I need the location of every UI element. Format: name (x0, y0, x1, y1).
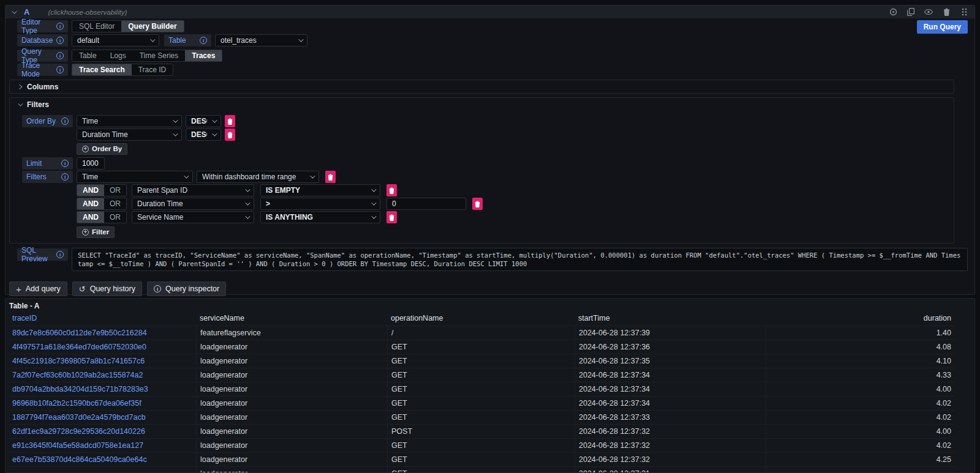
remove-filter-button[interactable] (472, 198, 483, 210)
order-by-direction-select[interactable]: DESC (186, 128, 221, 141)
chevron-down-icon (371, 200, 376, 205)
table-cell: GET (387, 397, 575, 410)
info-icon[interactable]: i (61, 160, 69, 167)
filter-field-select[interactable]: Parent Span ID (132, 184, 254, 196)
filter-field-select[interactable]: Service Name (132, 211, 254, 223)
info-icon[interactable]: i (61, 173, 69, 181)
table-cell: loadgenerator (196, 382, 387, 396)
database-select[interactable]: default (72, 34, 159, 47)
query-row-header[interactable]: A (clickhouse-observability) (6, 6, 974, 18)
info-icon[interactable]: i (56, 37, 64, 44)
query-inspector-button[interactable]: i Query inspector (147, 281, 226, 296)
order-by-direction-select[interactable]: DESC (186, 115, 221, 127)
table-cell: GET (387, 411, 575, 424)
remove-order-by-button[interactable] (225, 128, 235, 141)
table-row: 1887794f7eaa6037d0e2a4579bcd7acbloadgene… (9, 410, 954, 424)
collapse-query-icon[interactable] (12, 9, 17, 13)
filter-operator-select[interactable]: Within dashboard time range (197, 171, 319, 183)
add-order-by-button[interactable]: + Order By (77, 143, 127, 155)
info-icon[interactable]: i (56, 23, 64, 30)
conjunction-and[interactable]: AND (77, 185, 104, 196)
trace-id-link[interactable]: 4f497571a618e364ed7ded60752030e0 (9, 340, 196, 354)
panel-title[interactable]: Table - A (6, 299, 974, 311)
remove-order-by-button[interactable] (225, 115, 235, 127)
column-header-operationname[interactable]: operationName (387, 311, 575, 326)
conjunction-or[interactable]: OR (104, 185, 126, 196)
order-by-field-select[interactable]: Time (77, 115, 182, 127)
column-header-traceid[interactable]: traceID (9, 311, 196, 326)
duplicate-query-icon[interactable] (907, 8, 915, 17)
table-cell: 4.02 (766, 439, 954, 452)
table-row: e91c3645f04fa5e58adcd0758e1ea127loadgene… (9, 438, 954, 452)
info-icon[interactable]: i (200, 37, 207, 44)
remove-filter-button[interactable] (325, 171, 336, 183)
table-select[interactable]: otel_traces (215, 34, 307, 47)
trace-mode-trace-id[interactable]: Trace ID (132, 64, 173, 75)
editor-type-query-builder[interactable]: Query Builder (121, 21, 183, 32)
table-cell: loadgenerator (196, 411, 387, 424)
trace-id-link[interactable]: 4f45c21918c73698057a8b1c741657c6 (9, 354, 196, 368)
trace-id-link[interactable]: e91c3645f04fa5e58adcd0758e1ea127 (9, 439, 196, 452)
table-cell: 4.02 (766, 411, 954, 424)
query-type-traces[interactable]: Traces (185, 50, 222, 61)
filter-operator-select[interactable]: IS EMPTY (260, 184, 380, 196)
query-editor-body: Editor Typei SQL Editor Query Builder Da… (6, 18, 974, 296)
table-cell: 2024-06-28 12:37:36 (575, 340, 766, 354)
filters-section: Filters Order Byi Time DESC (9, 97, 954, 244)
column-header-duration[interactable]: duration (766, 311, 954, 326)
column-header-servicename[interactable]: serviceName (196, 311, 387, 326)
column-header-starttime[interactable]: startTime (575, 311, 766, 326)
filters-section-header[interactable]: Filters (10, 98, 954, 111)
conjunction-and[interactable]: AND (77, 198, 104, 209)
filter-operator-select[interactable]: IS ANYTHING (260, 211, 380, 223)
filter-value-input[interactable]: 0 (386, 198, 466, 210)
info-icon[interactable]: i (61, 117, 69, 125)
trace-mode-trace-search[interactable]: Trace Search (72, 64, 132, 75)
hide-response-icon[interactable] (924, 8, 933, 17)
trace-id-link[interactable] (9, 467, 196, 473)
table-body: 89dc7e8c6060c0d12de7e9b50c216284featuref… (9, 326, 954, 473)
query-type-logs[interactable]: Logs (104, 50, 133, 61)
info-icon[interactable]: i (56, 52, 64, 59)
conjunction-or[interactable]: OR (104, 212, 126, 223)
query-type-time-series[interactable]: Time Series (133, 50, 186, 61)
query-editor-panel: A (clickhouse-observability) Run Query (5, 5, 975, 295)
query-type-group: Table Logs Time Series Traces (72, 50, 222, 62)
filter-field-select[interactable]: Time (77, 171, 193, 183)
order-by-field-select[interactable]: Duration Time (77, 128, 182, 141)
plus-circle-icon: + (82, 146, 89, 152)
table-cell: POST (387, 425, 575, 438)
columns-section-header[interactable]: Columns (10, 80, 954, 93)
table-cell: 4.08 (766, 340, 954, 354)
conjunction-and[interactable]: AND (77, 212, 104, 223)
limit-input[interactable]: 1000 (77, 157, 105, 169)
drag-handle-icon[interactable] (960, 8, 968, 17)
trace-id-link[interactable]: 62df1ec9a29728c9e29536c20d140226 (9, 425, 196, 438)
conjunction-or[interactable]: OR (104, 198, 126, 209)
table-cell: 2024-06-28 12:37:39 (575, 326, 766, 340)
remove-query-icon[interactable] (942, 8, 951, 17)
remove-filter-button[interactable] (386, 184, 397, 196)
table-row: 4f45c21918c73698057a8b1c741657c6loadgene… (9, 354, 954, 368)
info-icon[interactable]: i (56, 66, 64, 73)
trace-id-link[interactable]: e67ee7b53870d4c864ca50409ca0e64c (9, 453, 196, 466)
query-type-table[interactable]: Table (72, 50, 104, 61)
filter-field-select[interactable]: Duration Time (132, 198, 254, 210)
add-query-button[interactable]: + Add query (9, 281, 67, 296)
chevron-down-icon (245, 214, 250, 218)
chevron-down-icon (184, 173, 189, 178)
trace-id-link[interactable]: 96968b10fa2b2c1590bc67dea06ef35f (9, 397, 196, 410)
add-filter-button[interactable]: + Filter (77, 226, 115, 238)
info-icon[interactable]: i (56, 251, 64, 258)
editor-type-sql-editor[interactable]: SQL Editor (72, 21, 121, 32)
query-history-button[interactable]: ↺ Query history (72, 281, 142, 296)
trace-id-link[interactable]: db9704a2bbda34204d159c71b78283e3 (9, 382, 196, 396)
table-cell: GET (387, 467, 575, 473)
trace-id-link[interactable]: 1887794f7eaa6037d0e2a4579bcd7acb (9, 411, 196, 424)
trace-id-link[interactable]: 7a2f07ecf63c60b1029ab2ac155874a2 (9, 368, 196, 382)
filter-operator-select[interactable]: > (260, 198, 380, 210)
trace-id-link[interactable]: 89dc7e8c6060c0d12de7e9b50c216284 (9, 326, 196, 340)
datasource-help-icon[interactable] (889, 8, 897, 17)
conjunction-group: AND OR (77, 184, 127, 196)
remove-filter-button[interactable] (386, 211, 397, 223)
